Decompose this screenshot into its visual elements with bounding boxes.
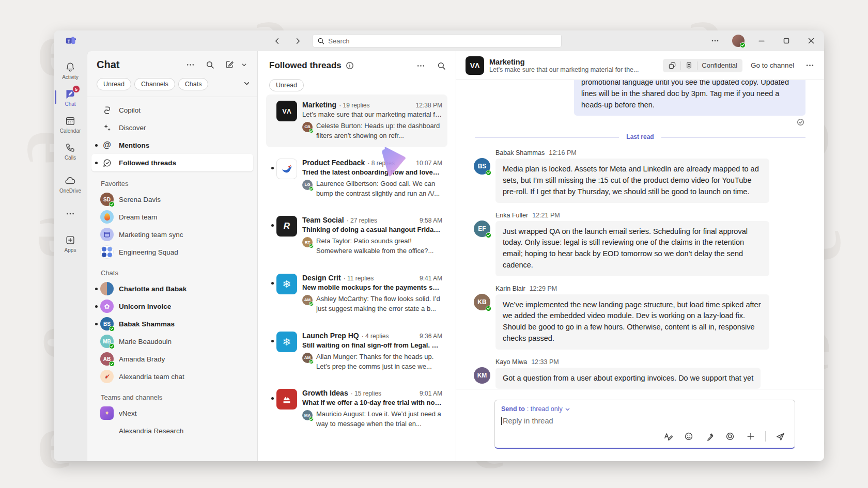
rail-item-more[interactable] xyxy=(54,204,87,224)
message-author: Babak Shammas xyxy=(495,149,545,156)
avatar[interactable]: KB xyxy=(474,294,490,310)
rail-item-chat[interactable]: 5 Chat xyxy=(54,84,87,111)
sidebar-item-discover[interactable]: Discover xyxy=(91,119,253,136)
chat-search-button[interactable] xyxy=(204,58,216,71)
sidebar-item-marie-beaudouin[interactable]: MB Marie Beaudouin xyxy=(91,333,253,350)
thread-item-design-crit[interactable]: ❄ Design Crit· 11 replies9:41 AM New mob… xyxy=(266,267,447,320)
copilot-rewrite-icon[interactable] xyxy=(703,430,716,443)
titlebar-more-button[interactable] xyxy=(707,33,723,49)
search-input[interactable] xyxy=(328,37,557,45)
sidebar-item-copilot[interactable]: Copilot xyxy=(91,101,253,119)
group-avatar xyxy=(100,282,114,295)
rocket-icon xyxy=(100,370,114,383)
thread-item-launch-prep-hq[interactable]: ❄ Launch Prep HQ· 4 replies9:36 AM Still… xyxy=(266,325,447,378)
history-nav xyxy=(271,35,304,47)
send-to-selector[interactable]: Send to: thread only xyxy=(501,405,788,413)
message-time: 12:29 PM xyxy=(530,285,557,292)
forward-button[interactable] xyxy=(291,35,304,47)
sidebar-item-alexandria-team-chat[interactable]: Alexandria team chat xyxy=(91,368,253,385)
filter-chats[interactable]: Chats xyxy=(178,78,209,90)
chevron-down-icon xyxy=(565,406,570,412)
sidebar-item-amanda-brady[interactable]: AB Amanda Brady xyxy=(91,350,253,368)
thread-more-button[interactable] xyxy=(803,59,816,72)
sidebar-item-vnext[interactable]: ✦ vNext xyxy=(91,404,253,422)
sidebar-item-alexandria-research[interactable]: Alexandria Research xyxy=(91,422,253,439)
link-copy-icon xyxy=(668,61,676,70)
new-chat-button[interactable] xyxy=(223,58,236,71)
followed-threads-pane: Followed threads Unread VΛ Marketing· 19… xyxy=(257,51,456,461)
rail-item-onedrive[interactable]: OneDrive xyxy=(54,171,87,198)
threads-filter-unread[interactable]: Unread xyxy=(269,79,304,91)
id-badge-icon xyxy=(685,61,693,69)
emoji-icon[interactable] xyxy=(683,430,695,443)
thread-item-product-feedback[interactable]: Product Feedback· 8 replies10:07 AM Trie… xyxy=(266,152,447,205)
thread-title: Marketing xyxy=(489,58,663,66)
attach-plus-icon[interactable] xyxy=(745,430,757,443)
avatar: CB xyxy=(302,122,313,132)
sidebar-item-unicorn-invoice[interactable]: ✿ Unicorn invoice xyxy=(91,297,253,315)
go-to-channel-link[interactable]: Go to channel xyxy=(751,61,794,69)
avatar[interactable]: KM xyxy=(474,367,490,384)
thread-item-marketing[interactable]: VΛ Marketing· 19 replies12:38 PM Let’s m… xyxy=(266,95,447,147)
section-teams-and-channels: Teams and channels xyxy=(91,385,253,404)
presence-available-icon xyxy=(109,361,115,367)
sidebar-item-engineering-squad[interactable]: Engineering Squad xyxy=(91,243,253,261)
sidebar-item-mentions[interactable]: @ Mentions xyxy=(91,136,253,154)
unread-dot xyxy=(92,288,100,290)
threads-search-button[interactable] xyxy=(435,59,447,72)
reply-input[interactable]: Reply in thread xyxy=(501,417,788,430)
filters-chevron-down-icon[interactable] xyxy=(243,80,250,89)
filter-unread[interactable]: Unread xyxy=(97,78,131,90)
back-button[interactable] xyxy=(271,35,283,47)
search-bar[interactable] xyxy=(313,34,562,48)
maximize-button[interactable] xyxy=(779,33,794,49)
minimize-button[interactable] xyxy=(754,33,769,49)
avatar: SD xyxy=(100,193,114,206)
thread-item-growth-ideas[interactable]: Growth Ideas· 15 replies9:01 AM What if … xyxy=(266,383,447,435)
threads-more-button[interactable] xyxy=(414,59,427,72)
rail-item-activity[interactable]: Activity xyxy=(54,57,87,84)
unread-dot xyxy=(92,162,100,164)
presence-available-icon xyxy=(109,201,115,207)
thread-item-team-social[interactable]: R Team Social· 27 replies9:58 AM Thinkin… xyxy=(266,210,447,262)
rail-item-calendar[interactable]: Calendar xyxy=(54,111,87,138)
read-receipt-icon xyxy=(797,118,804,128)
send-icon[interactable] xyxy=(774,430,786,443)
profile-avatar[interactable] xyxy=(732,35,745,47)
launch-prep-channel-icon: ❄ xyxy=(276,332,297,352)
rail-item-calls[interactable]: Calls xyxy=(54,138,87,165)
presence-available-icon xyxy=(486,232,491,238)
sidebar-title: Chat xyxy=(97,59,184,71)
followed-threads-icon xyxy=(100,155,114,170)
sidebar-item-serena-davis[interactable]: SD Serena Davis xyxy=(91,191,253,208)
new-chat-chevron[interactable] xyxy=(238,58,250,71)
last-read-divider: Last read xyxy=(475,133,805,140)
sidebar-item-followed-threads[interactable]: Followed threads xyxy=(91,154,253,171)
format-icon[interactable] xyxy=(662,430,674,443)
message: KB Karin Blair12:29 PM We’ve implemented… xyxy=(474,284,805,350)
avatar: AM xyxy=(302,295,313,305)
filter-channels[interactable]: Channels xyxy=(134,78,175,90)
avatar[interactable]: EF xyxy=(474,221,490,237)
loop-component-icon[interactable] xyxy=(724,430,736,443)
rail-item-apps[interactable]: Apps xyxy=(54,230,87,257)
sidebar-item-charlotte-and-babak[interactable]: Charlotte and Babak xyxy=(91,280,253,297)
compose-box[interactable]: Send to: thread only Reply in thread xyxy=(494,400,795,449)
chat-filter-more-button[interactable] xyxy=(184,58,196,71)
team-social-channel-icon: R xyxy=(276,216,297,237)
sidebar-item-babak-shammas[interactable]: BS Babak Shammas xyxy=(91,315,253,333)
message-author: Erika Fuller xyxy=(495,212,528,219)
sidebar-item-dream-team[interactable]: Dream team xyxy=(91,208,253,226)
teams-logo xyxy=(65,35,76,46)
unread-dot xyxy=(268,332,276,372)
message-bubble: Media plan is locked. Assets for Meta an… xyxy=(495,159,769,202)
close-button[interactable] xyxy=(803,33,819,49)
info-icon[interactable] xyxy=(346,61,354,70)
unread-dot xyxy=(268,216,276,256)
sidebar-item-marketing-team-sync[interactable]: Marketing team sync xyxy=(91,226,253,243)
avatar[interactable]: BS xyxy=(474,158,490,175)
sensitivity-chip[interactable]: Confidential xyxy=(663,59,742,72)
design-crit-channel-icon: ❄ xyxy=(276,274,297,294)
own-message-bubble: promotional language until you see the u… xyxy=(574,80,805,116)
unread-dot xyxy=(268,159,276,199)
